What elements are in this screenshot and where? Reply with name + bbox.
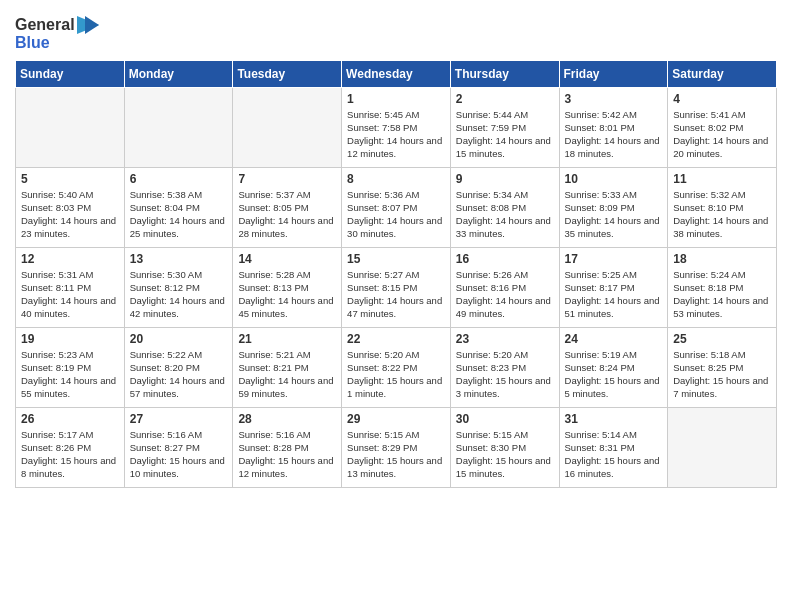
cell-info: Sunrise: 5:24 AM Sunset: 8:18 PM Dayligh… [673, 268, 771, 321]
calendar-cell: 9Sunrise: 5:34 AM Sunset: 8:08 PM Daylig… [450, 167, 559, 247]
day-number: 26 [21, 412, 119, 426]
calendar-cell: 3Sunrise: 5:42 AM Sunset: 8:01 PM Daylig… [559, 87, 668, 167]
day-number: 2 [456, 92, 554, 106]
cell-info: Sunrise: 5:31 AM Sunset: 8:11 PM Dayligh… [21, 268, 119, 321]
calendar-cell: 11Sunrise: 5:32 AM Sunset: 8:10 PM Dayli… [668, 167, 777, 247]
day-number: 15 [347, 252, 445, 266]
day-number: 20 [130, 332, 228, 346]
logo-blue: Blue [15, 34, 99, 52]
weekday-header-thursday: Thursday [450, 60, 559, 87]
calendar-cell: 17Sunrise: 5:25 AM Sunset: 8:17 PM Dayli… [559, 247, 668, 327]
day-number: 28 [238, 412, 336, 426]
day-number: 11 [673, 172, 771, 186]
logo: General Blue [15, 16, 99, 52]
day-number: 12 [21, 252, 119, 266]
cell-info: Sunrise: 5:27 AM Sunset: 8:15 PM Dayligh… [347, 268, 445, 321]
day-number: 17 [565, 252, 663, 266]
cell-info: Sunrise: 5:15 AM Sunset: 8:29 PM Dayligh… [347, 428, 445, 481]
day-number: 3 [565, 92, 663, 106]
cell-info: Sunrise: 5:20 AM Sunset: 8:22 PM Dayligh… [347, 348, 445, 401]
calendar-cell: 16Sunrise: 5:26 AM Sunset: 8:16 PM Dayli… [450, 247, 559, 327]
calendar-cell: 18Sunrise: 5:24 AM Sunset: 8:18 PM Dayli… [668, 247, 777, 327]
calendar-cell: 7Sunrise: 5:37 AM Sunset: 8:05 PM Daylig… [233, 167, 342, 247]
calendar-cell: 22Sunrise: 5:20 AM Sunset: 8:22 PM Dayli… [342, 327, 451, 407]
day-number: 27 [130, 412, 228, 426]
calendar-cell [233, 87, 342, 167]
cell-info: Sunrise: 5:28 AM Sunset: 8:13 PM Dayligh… [238, 268, 336, 321]
calendar-cell [16, 87, 125, 167]
day-number: 10 [565, 172, 663, 186]
weekday-header-monday: Monday [124, 60, 233, 87]
weekday-header-sunday: Sunday [16, 60, 125, 87]
calendar-cell: 31Sunrise: 5:14 AM Sunset: 8:31 PM Dayli… [559, 407, 668, 487]
day-number: 31 [565, 412, 663, 426]
cell-info: Sunrise: 5:26 AM Sunset: 8:16 PM Dayligh… [456, 268, 554, 321]
calendar-cell: 20Sunrise: 5:22 AM Sunset: 8:20 PM Dayli… [124, 327, 233, 407]
day-number: 23 [456, 332, 554, 346]
day-number: 14 [238, 252, 336, 266]
calendar-cell: 2Sunrise: 5:44 AM Sunset: 7:59 PM Daylig… [450, 87, 559, 167]
day-number: 9 [456, 172, 554, 186]
calendar-cell: 13Sunrise: 5:30 AM Sunset: 8:12 PM Dayli… [124, 247, 233, 327]
day-number: 13 [130, 252, 228, 266]
calendar-cell: 23Sunrise: 5:20 AM Sunset: 8:23 PM Dayli… [450, 327, 559, 407]
day-number: 16 [456, 252, 554, 266]
day-number: 22 [347, 332, 445, 346]
calendar-cell: 28Sunrise: 5:16 AM Sunset: 8:28 PM Dayli… [233, 407, 342, 487]
calendar-cell: 27Sunrise: 5:16 AM Sunset: 8:27 PM Dayli… [124, 407, 233, 487]
calendar-cell: 5Sunrise: 5:40 AM Sunset: 8:03 PM Daylig… [16, 167, 125, 247]
calendar-week-row: 19Sunrise: 5:23 AM Sunset: 8:19 PM Dayli… [16, 327, 777, 407]
cell-info: Sunrise: 5:45 AM Sunset: 7:58 PM Dayligh… [347, 108, 445, 161]
cell-info: Sunrise: 5:16 AM Sunset: 8:28 PM Dayligh… [238, 428, 336, 481]
cell-info: Sunrise: 5:20 AM Sunset: 8:23 PM Dayligh… [456, 348, 554, 401]
day-number: 29 [347, 412, 445, 426]
calendar-cell: 6Sunrise: 5:38 AM Sunset: 8:04 PM Daylig… [124, 167, 233, 247]
logo-text: General Blue [15, 16, 99, 52]
cell-info: Sunrise: 5:34 AM Sunset: 8:08 PM Dayligh… [456, 188, 554, 241]
cell-info: Sunrise: 5:40 AM Sunset: 8:03 PM Dayligh… [21, 188, 119, 241]
cell-info: Sunrise: 5:19 AM Sunset: 8:24 PM Dayligh… [565, 348, 663, 401]
logo-arrow-icon [77, 16, 99, 34]
weekday-header-saturday: Saturday [668, 60, 777, 87]
cell-info: Sunrise: 5:14 AM Sunset: 8:31 PM Dayligh… [565, 428, 663, 481]
calendar-cell: 26Sunrise: 5:17 AM Sunset: 8:26 PM Dayli… [16, 407, 125, 487]
cell-info: Sunrise: 5:37 AM Sunset: 8:05 PM Dayligh… [238, 188, 336, 241]
calendar-cell: 25Sunrise: 5:18 AM Sunset: 8:25 PM Dayli… [668, 327, 777, 407]
calendar-cell: 15Sunrise: 5:27 AM Sunset: 8:15 PM Dayli… [342, 247, 451, 327]
cell-info: Sunrise: 5:16 AM Sunset: 8:27 PM Dayligh… [130, 428, 228, 481]
calendar-table: SundayMondayTuesdayWednesdayThursdayFrid… [15, 60, 777, 488]
calendar-cell: 24Sunrise: 5:19 AM Sunset: 8:24 PM Dayli… [559, 327, 668, 407]
calendar-week-row: 26Sunrise: 5:17 AM Sunset: 8:26 PM Dayli… [16, 407, 777, 487]
header: General Blue [15, 10, 777, 52]
calendar-cell: 21Sunrise: 5:21 AM Sunset: 8:21 PM Dayli… [233, 327, 342, 407]
cell-info: Sunrise: 5:38 AM Sunset: 8:04 PM Dayligh… [130, 188, 228, 241]
day-number: 18 [673, 252, 771, 266]
day-number: 30 [456, 412, 554, 426]
cell-info: Sunrise: 5:25 AM Sunset: 8:17 PM Dayligh… [565, 268, 663, 321]
cell-info: Sunrise: 5:21 AM Sunset: 8:21 PM Dayligh… [238, 348, 336, 401]
day-number: 8 [347, 172, 445, 186]
calendar-cell: 4Sunrise: 5:41 AM Sunset: 8:02 PM Daylig… [668, 87, 777, 167]
calendar-cell: 30Sunrise: 5:15 AM Sunset: 8:30 PM Dayli… [450, 407, 559, 487]
cell-info: Sunrise: 5:33 AM Sunset: 8:09 PM Dayligh… [565, 188, 663, 241]
day-number: 1 [347, 92, 445, 106]
weekday-header-wednesday: Wednesday [342, 60, 451, 87]
calendar-cell [668, 407, 777, 487]
cell-info: Sunrise: 5:18 AM Sunset: 8:25 PM Dayligh… [673, 348, 771, 401]
cell-info: Sunrise: 5:42 AM Sunset: 8:01 PM Dayligh… [565, 108, 663, 161]
cell-info: Sunrise: 5:23 AM Sunset: 8:19 PM Dayligh… [21, 348, 119, 401]
calendar-week-row: 5Sunrise: 5:40 AM Sunset: 8:03 PM Daylig… [16, 167, 777, 247]
calendar-cell: 10Sunrise: 5:33 AM Sunset: 8:09 PM Dayli… [559, 167, 668, 247]
cell-info: Sunrise: 5:41 AM Sunset: 8:02 PM Dayligh… [673, 108, 771, 161]
weekday-header-tuesday: Tuesday [233, 60, 342, 87]
calendar-cell: 29Sunrise: 5:15 AM Sunset: 8:29 PM Dayli… [342, 407, 451, 487]
calendar-cell: 14Sunrise: 5:28 AM Sunset: 8:13 PM Dayli… [233, 247, 342, 327]
day-number: 21 [238, 332, 336, 346]
day-number: 25 [673, 332, 771, 346]
cell-info: Sunrise: 5:22 AM Sunset: 8:20 PM Dayligh… [130, 348, 228, 401]
calendar-week-row: 12Sunrise: 5:31 AM Sunset: 8:11 PM Dayli… [16, 247, 777, 327]
cell-info: Sunrise: 5:30 AM Sunset: 8:12 PM Dayligh… [130, 268, 228, 321]
weekday-header-row: SundayMondayTuesdayWednesdayThursdayFrid… [16, 60, 777, 87]
calendar-cell: 1Sunrise: 5:45 AM Sunset: 7:58 PM Daylig… [342, 87, 451, 167]
cell-info: Sunrise: 5:44 AM Sunset: 7:59 PM Dayligh… [456, 108, 554, 161]
